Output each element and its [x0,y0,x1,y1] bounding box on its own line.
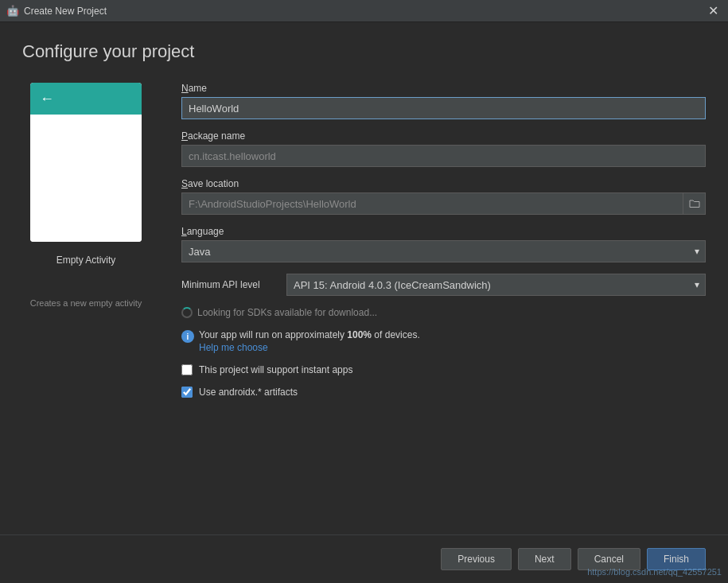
min-api-label: Minimum API level [181,279,277,290]
dialog-body: Configure your project ← Empty Activity … [0,22,728,583]
name-group: NNameame [181,83,706,119]
instant-apps-row: This project will support instant apps [181,364,706,375]
min-api-row: Minimum API level API 15: Android 4.0.3 … [181,274,706,296]
info-icon: i [181,330,194,343]
next-button[interactable]: Next [518,548,571,570]
device-info-line1: Your app will run on approximately 100% … [199,329,420,340]
package-name-input[interactable] [181,145,706,167]
save-location-input[interactable] [181,192,683,215]
save-location-label: Save location [181,178,706,189]
window-title: Create New Project [24,6,107,17]
back-arrow-icon: ← [40,91,54,107]
help-me-choose-link[interactable]: Help me choose [199,342,420,353]
language-label: Language [181,226,706,237]
name-input[interactable] [181,97,706,119]
name-label: NNameame [181,83,706,94]
phone-content [30,115,142,242]
instant-apps-checkbox[interactable] [181,364,193,375]
left-panel: ← Empty Activity Creates a new empty act… [22,75,150,534]
header: Configure your project [0,22,728,75]
sdk-search-text: Looking for SDKs available for download.… [197,307,377,318]
activity-description: Creates a new empty activity [30,297,142,309]
language-select[interactable]: Java Kotlin [181,240,706,262]
title-bar-left: 🤖 Create New Project [6,5,107,17]
device-info: i Your app will run on approximately 100… [181,329,706,353]
androidx-row: Use androidx.* artifacts [181,387,706,398]
save-location-group: Save location [181,178,706,215]
sdk-spinner-icon [181,307,193,318]
close-button[interactable]: ✕ [704,2,722,20]
language-select-wrapper: Java Kotlin [181,240,706,262]
device-info-prefix: Your app will run on approximately [199,329,347,340]
package-name-group: Package name [181,130,706,167]
device-info-suffix: of devices. [372,329,420,340]
browse-folder-button[interactable] [683,192,706,215]
app-icon: 🤖 [6,5,19,17]
instant-apps-label: This project will support instant apps [199,364,352,375]
androidx-label: Use androidx.* artifacts [199,387,298,398]
page-title: Configure your project [22,41,706,62]
device-info-percent: 100% [347,329,372,340]
previous-button[interactable]: Previous [441,548,512,570]
device-info-text: Your app will run on approximately 100% … [199,329,420,353]
sdk-info: Looking for SDKs available for download.… [181,307,706,318]
androidx-checkbox[interactable] [181,387,193,398]
save-location-row [181,192,706,215]
activity-label: Empty Activity [56,255,116,266]
min-api-select-wrapper: API 15: Android 4.0.3 (IceCreamSandwich)… [286,274,706,296]
min-api-select[interactable]: API 15: Android 4.0.3 (IceCreamSandwich)… [286,274,706,296]
phone-top-bar: ← [30,83,142,115]
right-panel: NNameame Package name Save location [181,75,706,534]
package-name-label: Package name [181,130,706,142]
watermark: https://blog.csdn.net/qq_42557251 [587,567,722,577]
title-bar: 🤖 Create New Project ✕ [0,0,728,22]
content-area: ← Empty Activity Creates a new empty act… [0,75,728,534]
phone-preview: ← [30,83,142,242]
language-group: Language Java Kotlin [181,226,706,262]
